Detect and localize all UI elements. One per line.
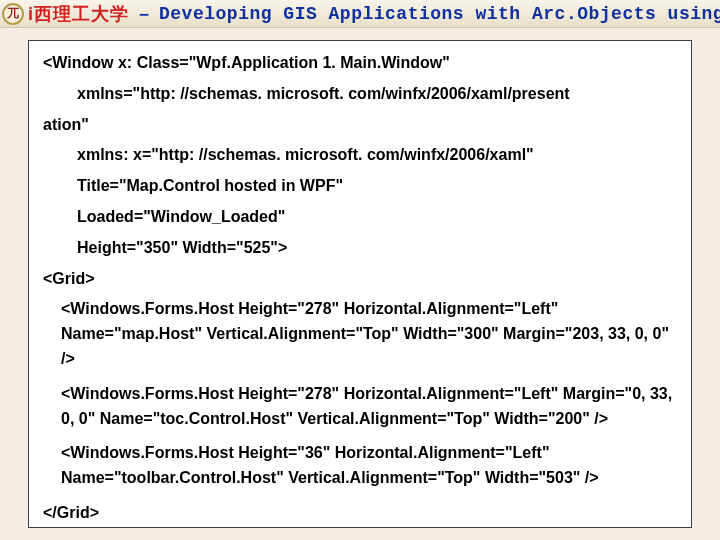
logo-glyph: 兀 (7, 5, 19, 22)
code-line: <Grid> (43, 267, 677, 292)
code-line: <Window x: Class="Wpf.Application 1. Mai… (43, 51, 677, 76)
code-line: ation" (43, 113, 677, 138)
code-listing: <Window x: Class="Wpf.Application 1. Mai… (28, 40, 692, 528)
slide-header: 兀 i西理工大学 － Developing GIS Applications w… (0, 0, 720, 28)
code-line: <Windows.Forms.Host Height="278" Horizon… (61, 297, 677, 371)
course-title: Developing GIS Applications with Arc.Obj… (159, 4, 720, 24)
code-line: Title="Map.Control hosted in WPF" (77, 174, 677, 199)
code-line: <Windows.Forms.Host Height="278" Horizon… (61, 382, 677, 432)
code-line: xmlns: x="http: //schemas. microsoft. co… (77, 143, 677, 168)
university-logo-icon: 兀 (2, 3, 24, 25)
header-separator: － (135, 2, 153, 26)
code-line: <Windows.Forms.Host Height="36" Horizont… (61, 441, 677, 491)
code-line: </Grid> (43, 501, 677, 526)
university-name: i西理工大学 (28, 2, 129, 26)
code-line: Loaded="Window_Loaded" (77, 205, 677, 230)
code-line: xmlns="http: //schemas. microsoft. com/w… (77, 82, 677, 107)
code-line: Height="350" Width="525"> (77, 236, 677, 261)
